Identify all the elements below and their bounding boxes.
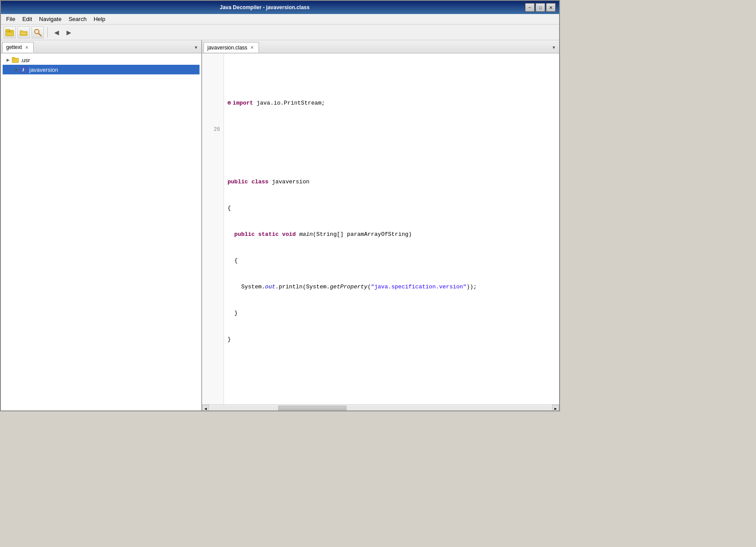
- code-content: ⊕import java.io.PrintStream; public clas…: [224, 53, 559, 404]
- svg-line-5: [38, 33, 41, 36]
- left-panel: gettext ✕ ▼ ▶ .usr ▶: [1, 40, 202, 411]
- menu-bar: File Edit Navigate Search Help: [1, 14, 559, 25]
- string-literal: "java.specification.version": [371, 283, 466, 291]
- svg-point-3: [9, 30, 10, 32]
- search-tool-button[interactable]: [32, 26, 44, 39]
- code-line-blank2: [228, 125, 556, 134]
- title-bar: Java Decompiler - javaversion.class − □ …: [1, 1, 559, 14]
- right-panel: javaversion.class ✕ ▼ 26: [202, 40, 559, 411]
- ln-4: [202, 90, 224, 99]
- scroll-right-button[interactable]: ►: [552, 405, 559, 412]
- menu-search[interactable]: Search: [65, 15, 90, 23]
- ln-8: [202, 134, 224, 143]
- usr-label: .usr: [21, 57, 30, 63]
- search-tool-icon: [33, 28, 42, 37]
- ln-1: [202, 64, 224, 73]
- ln-5: [202, 99, 224, 108]
- menu-navigate[interactable]: Navigate: [35, 15, 65, 23]
- code-area[interactable]: 26 ⊕import java.io.PrintStream; public c…: [202, 53, 559, 404]
- main-content: gettext ✕ ▼ ▶ .usr ▶: [1, 40, 559, 411]
- code-line-blank1: [228, 73, 556, 81]
- class-name: javaversion: [272, 178, 309, 186]
- getproperty-method: getProperty: [330, 283, 368, 291]
- scroll-left-button[interactable]: ◄: [202, 405, 209, 412]
- ln-26: 26: [202, 125, 224, 134]
- code-line-method-decl: public static void main(String[] paramAr…: [228, 230, 556, 239]
- javaversion-label: javaversion: [29, 67, 58, 73]
- open-file-icon: [19, 28, 28, 37]
- method-params: (String[] paramArrayOfString): [313, 230, 412, 239]
- code-line-close-brace: }: [228, 335, 556, 344]
- window-controls: − □ ✕: [525, 3, 556, 12]
- back-button[interactable]: ◀: [51, 27, 62, 38]
- code-line-26: System.out.println(System.getProperty("j…: [228, 283, 556, 291]
- scroll-thumb[interactable]: [278, 406, 346, 412]
- tree-toggle-usr[interactable]: ▶: [4, 56, 11, 63]
- menu-edit[interactable]: Edit: [19, 15, 35, 23]
- gettext-tab-label: gettext: [6, 44, 22, 50]
- menu-file[interactable]: File: [3, 15, 19, 23]
- code-line-open-brace2: {: [228, 256, 556, 265]
- editor-horizontal-scrollbar[interactable]: ◄ ►: [202, 404, 559, 411]
- menu-help[interactable]: Help: [90, 15, 109, 23]
- minimize-button[interactable]: −: [525, 3, 535, 12]
- left-tab-bar: gettext ✕ ▼: [1, 40, 201, 53]
- app-title: Java Decompiler - javaversion.class: [4, 4, 525, 11]
- code-line-import: ⊕import java.io.PrintStream;: [228, 99, 556, 108]
- class-kw: class: [252, 178, 269, 186]
- ln-9: [202, 143, 224, 151]
- main-method: main: [299, 230, 313, 239]
- ln-blank3: [202, 81, 224, 90]
- file-tree[interactable]: ▶ .usr ▶ J j: [1, 53, 201, 411]
- public-kw2: public: [234, 230, 255, 239]
- void-kw: void: [282, 230, 296, 239]
- tree-item-javaversion[interactable]: ▶ J javaversion: [3, 65, 200, 74]
- ln-blank1: [202, 55, 224, 64]
- ln-blank2: [202, 73, 224, 81]
- editor-tab-bar: javaversion.class ✕ ▼: [202, 40, 559, 53]
- tree-item-usr[interactable]: ▶ .usr: [3, 55, 200, 65]
- javaversion-tab-close[interactable]: ✕: [249, 45, 255, 51]
- toolbar: ◀ ▶: [1, 25, 559, 40]
- forward-button[interactable]: ▶: [63, 27, 74, 38]
- open-archive-icon: [5, 28, 14, 37]
- code-line-close-brace2: }: [228, 309, 556, 318]
- open-archive-button[interactable]: [4, 26, 16, 39]
- svg-rect-7: [12, 57, 15, 59]
- close-button[interactable]: ✕: [546, 3, 556, 12]
- svg-text:J: J: [22, 67, 24, 72]
- ln-7: [202, 116, 224, 125]
- maximize-button[interactable]: □: [536, 3, 545, 12]
- javaversion-tab[interactable]: javaversion.class ✕: [203, 42, 259, 53]
- import-keyword: import: [233, 99, 253, 108]
- tree-toggle-javaversion[interactable]: ▶: [13, 66, 20, 73]
- gettext-tab-close[interactable]: ✕: [24, 44, 30, 50]
- out-field: out: [265, 283, 275, 291]
- folder-icon-usr: [11, 56, 19, 64]
- code-line-blank3: [228, 151, 556, 160]
- editor-dropdown[interactable]: ▼: [550, 44, 558, 51]
- open-file-button[interactable]: [18, 26, 30, 39]
- class-icon-javaversion: J: [20, 66, 28, 74]
- plus-expand-icon[interactable]: ⊕: [228, 99, 231, 108]
- toolbar-separator: [47, 27, 48, 38]
- code-line-class-decl: public class javaversion: [228, 178, 556, 186]
- scroll-track[interactable]: [210, 406, 551, 412]
- import-class: java.io.PrintStream;: [256, 99, 325, 108]
- line-numbers: 26: [202, 53, 224, 404]
- code-line-open-brace: {: [228, 204, 556, 213]
- javaversion-tab-label: javaversion.class: [207, 45, 247, 51]
- left-panel-dropdown[interactable]: ▼: [192, 44, 200, 51]
- ln-6: [202, 108, 224, 116]
- static-kw: static: [258, 230, 279, 239]
- public-kw: public: [228, 178, 248, 186]
- gettext-tab[interactable]: gettext ✕: [2, 42, 34, 53]
